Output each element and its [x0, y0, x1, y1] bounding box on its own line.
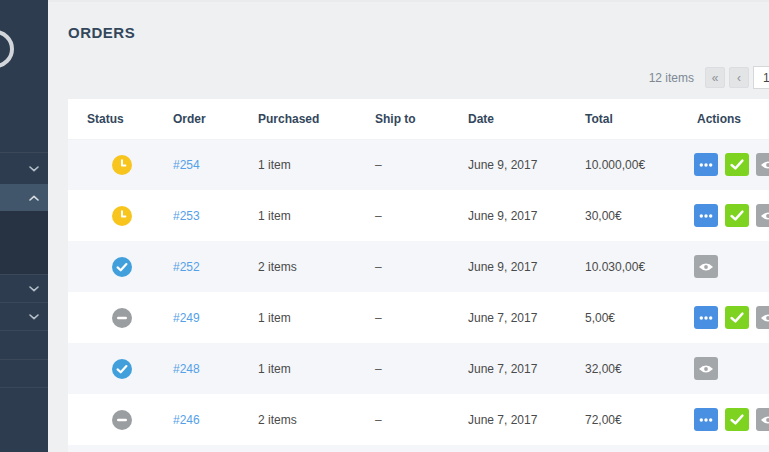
minus-circle-icon: [112, 410, 132, 430]
approve-button[interactable]: [725, 408, 749, 431]
pagination: 12 items « ‹: [68, 66, 769, 89]
column-header-date: Date: [449, 99, 566, 139]
approve-button[interactable]: [725, 153, 749, 176]
date-cell: June 7, 2017: [449, 292, 566, 343]
check-circle-icon: [112, 359, 132, 379]
orders-table-card: StatusOrderPurchasedShip toDateTotalActi…: [68, 99, 769, 452]
main-content: ORDERS 12 items « ‹ StatusOrderPurchased…: [48, 0, 769, 452]
ship-to-cell: –: [356, 139, 449, 190]
actions-cell: [678, 394, 769, 445]
ship-to-cell: –: [356, 343, 449, 394]
sidebar-item-group-3[interactable]: [0, 302, 48, 330]
page-number-input[interactable]: [753, 66, 769, 89]
total-cell: 32,00€: [566, 343, 678, 394]
ellipsis-icon: [699, 213, 713, 219]
order-link[interactable]: #249: [173, 311, 200, 325]
sidebar-item-group-2[interactable]: [0, 274, 48, 302]
ellipsis-icon: [699, 315, 713, 321]
app-logo: [0, 30, 14, 68]
preview-button[interactable]: [756, 153, 769, 176]
sidebar-submenu-panel[interactable]: [0, 211, 48, 274]
order-link[interactable]: #252: [173, 260, 200, 274]
sidebar: [0, 0, 48, 452]
preview-button[interactable]: [756, 408, 769, 431]
status-cell: [68, 292, 154, 343]
table-row: #2531 item–June 9, 201730,00€: [68, 190, 769, 241]
column-header-order: Order: [154, 99, 239, 139]
items-count: 12 items: [649, 71, 694, 85]
table-row: #2491 item–June 7, 20175,00€: [68, 292, 769, 343]
column-header-purchased: Purchased: [239, 99, 356, 139]
approve-button[interactable]: [725, 306, 749, 329]
sidebar-item-orders-active[interactable]: [0, 184, 48, 211]
more-actions-button[interactable]: [694, 204, 718, 227]
eye-icon: [698, 262, 714, 272]
app-root: ORDERS 12 items « ‹ StatusOrderPurchased…: [0, 0, 769, 452]
check-circle-icon: [112, 257, 132, 277]
clock-icon: [112, 206, 132, 226]
purchased-cell: 1 item: [239, 139, 356, 190]
date-cell: June 9, 2017: [449, 241, 566, 292]
actions-cell: [678, 190, 769, 241]
first-page-button[interactable]: «: [705, 67, 725, 88]
date-cell: June 7, 2017: [449, 394, 566, 445]
eye-icon: [760, 415, 769, 425]
prev-page-button[interactable]: ‹: [729, 67, 749, 88]
sidebar-item-group-1[interactable]: [0, 152, 48, 184]
table-row-partial: [68, 445, 769, 452]
ellipsis-icon: [699, 417, 713, 423]
ship-to-cell: –: [356, 292, 449, 343]
eye-icon: [698, 364, 714, 374]
sidebar-item-4[interactable]: [0, 330, 48, 359]
ellipsis-icon: [699, 162, 713, 168]
preview-button[interactable]: [694, 255, 718, 278]
status-cell: [68, 343, 154, 394]
total-cell: 72,00€: [566, 394, 678, 445]
clock-icon: [112, 155, 132, 175]
preview-button[interactable]: [756, 204, 769, 227]
actions-cell: [678, 241, 769, 292]
eye-icon: [760, 313, 769, 323]
date-cell: June 9, 2017: [449, 190, 566, 241]
table-row: #2522 items–June 9, 201710.030,00€: [68, 241, 769, 292]
status-cell: [68, 394, 154, 445]
actions-cell: [678, 292, 769, 343]
preview-button[interactable]: [756, 306, 769, 329]
minus-circle-icon: [112, 308, 132, 328]
chevron-down-icon: [29, 314, 39, 320]
purchased-cell: 1 item: [239, 292, 356, 343]
actions-cell: [678, 139, 769, 190]
more-actions-button[interactable]: [694, 153, 718, 176]
more-actions-button[interactable]: [694, 408, 718, 431]
page-title: ORDERS: [68, 24, 135, 41]
approve-button[interactable]: [725, 204, 749, 227]
preview-button[interactable]: [694, 357, 718, 380]
status-cell: [68, 139, 154, 190]
check-icon: [730, 414, 744, 425]
chevron-down-icon: [29, 286, 39, 292]
column-header-status: Status: [68, 99, 154, 139]
table-header-row: StatusOrderPurchasedShip toDateTotalActi…: [68, 99, 769, 139]
total-cell: 30,00€: [566, 190, 678, 241]
table-row: #2462 items–June 7, 201772,00€: [68, 394, 769, 445]
more-actions-button[interactable]: [694, 306, 718, 329]
order-link[interactable]: #254: [173, 158, 200, 172]
purchased-cell: 2 items: [239, 241, 356, 292]
actions-cell: [678, 343, 769, 394]
order-link[interactable]: #253: [173, 209, 200, 223]
column-header-total: Total: [566, 99, 678, 139]
check-icon: [730, 210, 744, 221]
table-row: #2481 item–June 7, 201732,00€: [68, 343, 769, 394]
chevron-down-icon: [29, 166, 39, 172]
date-cell: June 7, 2017: [449, 343, 566, 394]
eye-icon: [760, 211, 769, 221]
status-cell: [68, 241, 154, 292]
order-link[interactable]: #246: [173, 413, 200, 427]
purchased-cell: 1 item: [239, 343, 356, 394]
eye-icon: [760, 160, 769, 170]
chevron-up-icon: [29, 195, 39, 201]
table-row: #2541 item–June 9, 201710.000,00€: [68, 139, 769, 190]
order-link[interactable]: #248: [173, 362, 200, 376]
total-cell: 5,00€: [566, 292, 678, 343]
sidebar-item-5[interactable]: [0, 359, 48, 388]
